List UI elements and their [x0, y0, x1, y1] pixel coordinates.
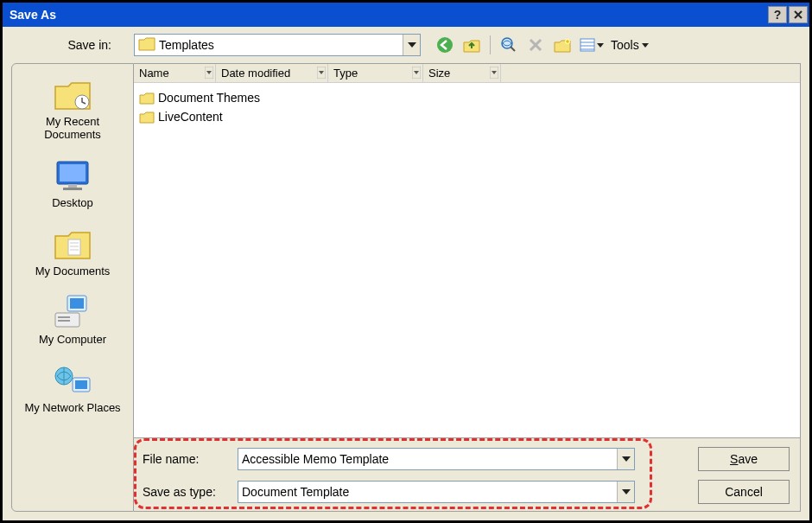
- back-button[interactable]: [433, 34, 457, 56]
- up-one-level-button[interactable]: [460, 34, 484, 56]
- separator: [490, 35, 491, 54]
- folder-icon: [139, 91, 155, 105]
- dialog-buttons: Save Cancel: [698, 447, 790, 504]
- svg-point-0: [437, 37, 453, 53]
- network-places-icon: [16, 360, 129, 400]
- place-label: My Documents: [16, 265, 129, 278]
- col-date[interactable]: Date modified: [216, 64, 328, 82]
- window-title: Save As: [10, 8, 766, 22]
- search-web-button[interactable]: [497, 34, 521, 56]
- file-list[interactable]: Document Themes LiveContent: [134, 83, 800, 437]
- place-my-computer[interactable]: My Computer: [16, 289, 129, 354]
- places-bar: My Recent Documents Desktop My Documents…: [11, 63, 134, 512]
- list-item[interactable]: LiveContent: [139, 107, 795, 126]
- file-name-dropdown-btn[interactable]: [617, 449, 634, 469]
- body: My Recent Documents Desktop My Documents…: [3, 63, 809, 520]
- form: File name: Save as type:: [143, 448, 635, 503]
- right-pane: Name Date modified Type Size: [134, 63, 801, 512]
- save-as-type-combo[interactable]: [238, 481, 635, 503]
- save-in-value: Templates: [159, 38, 403, 52]
- save-as-type-label: Save as type:: [143, 485, 231, 499]
- recent-folder-icon: [16, 74, 129, 114]
- folder-icon: [139, 110, 155, 124]
- svg-rect-10: [68, 184, 77, 188]
- place-label: My Recent Documents: [16, 116, 129, 142]
- place-my-documents[interactable]: My Documents: [16, 220, 129, 285]
- help-button[interactable]: ?: [768, 6, 787, 23]
- col-size[interactable]: Size: [423, 64, 501, 82]
- toolbar: Save in: Templates: [3, 27, 809, 63]
- cancel-button[interactable]: Cancel: [698, 480, 790, 504]
- my-documents-icon: [16, 224, 129, 264]
- save-as-dialog: Save As ? Save in: Templates: [0, 0, 812, 523]
- file-name: LiveContent: [158, 110, 223, 124]
- place-label: My Network Places: [16, 402, 129, 415]
- svg-rect-9: [60, 164, 86, 182]
- toolbar-buttons: Tools: [433, 34, 649, 56]
- close-button[interactable]: [789, 6, 808, 23]
- col-type[interactable]: Type: [328, 64, 423, 82]
- file-name-combo[interactable]: [238, 448, 635, 470]
- list-item[interactable]: Document Themes: [139, 88, 795, 107]
- my-computer-icon: [16, 292, 129, 332]
- svg-rect-19: [58, 316, 70, 318]
- desktop-icon: [16, 156, 129, 195]
- save-in-dropdown-btn[interactable]: [403, 35, 420, 55]
- place-recent[interactable]: My Recent Documents: [16, 71, 129, 149]
- delete-button[interactable]: [523, 34, 548, 56]
- place-label: Desktop: [16, 197, 129, 210]
- file-name: Document Themes: [158, 91, 260, 105]
- place-network[interactable]: My Network Places: [16, 357, 129, 422]
- place-label: My Computer: [16, 334, 129, 347]
- file-name-input[interactable]: [238, 452, 617, 466]
- folder-icon: [138, 36, 155, 54]
- col-name[interactable]: Name: [134, 64, 216, 82]
- place-desktop[interactable]: Desktop: [16, 152, 129, 217]
- tools-menu[interactable]: Tools: [611, 38, 649, 52]
- svg-rect-12: [68, 239, 80, 255]
- svg-rect-20: [58, 320, 70, 322]
- column-headers: Name Date modified Type Size: [134, 64, 800, 83]
- svg-rect-11: [63, 188, 82, 190]
- save-as-type-value[interactable]: [238, 485, 617, 499]
- svg-rect-17: [70, 298, 84, 309]
- views-button[interactable]: [577, 34, 606, 56]
- save-in-dropdown[interactable]: Templates: [134, 34, 421, 56]
- new-folder-button[interactable]: [550, 34, 574, 56]
- titlebar: Save As ?: [3, 3, 809, 27]
- file-name-label: File name:: [143, 452, 231, 466]
- svg-rect-23: [75, 380, 87, 389]
- save-button[interactable]: Save: [698, 447, 790, 471]
- save-as-type-dropdown-btn[interactable]: [617, 482, 634, 502]
- bottom-bar: File name: Save as type:: [134, 437, 800, 511]
- save-in-label: Save in:: [11, 38, 129, 52]
